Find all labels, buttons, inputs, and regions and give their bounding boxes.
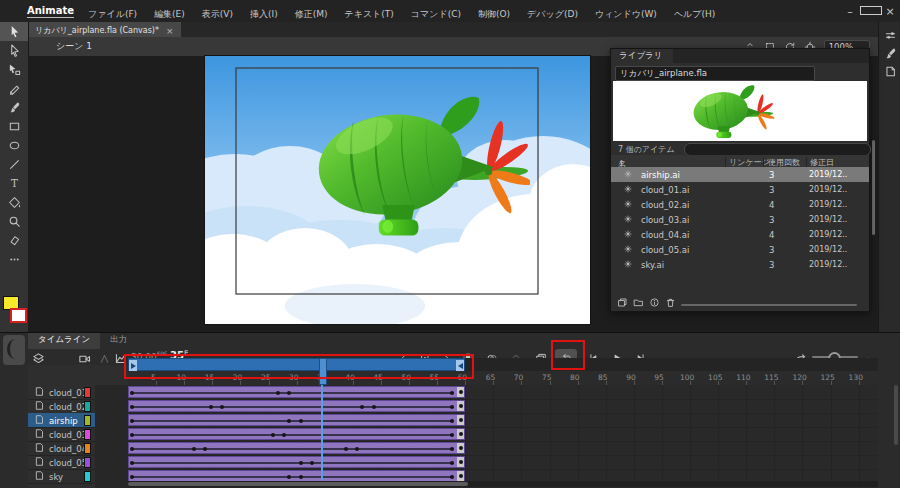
layer-outline-color-swatch[interactable] bbox=[84, 401, 91, 412]
workspace-icon[interactable] bbox=[792, 4, 812, 18]
layer-outline-color-swatch[interactable] bbox=[84, 415, 91, 426]
subselection-tool[interactable] bbox=[0, 41, 28, 60]
app-logo-icon[interactable] bbox=[812, 3, 834, 19]
keyframe[interactable] bbox=[372, 405, 376, 409]
tween-span-airship[interactable] bbox=[128, 414, 465, 426]
document-tab[interactable]: リカバリ_airplane.fla (Canvas)* × bbox=[28, 22, 181, 38]
keyframe[interactable] bbox=[450, 405, 454, 409]
keyframe[interactable] bbox=[271, 433, 275, 437]
layer-cloud_03[interactable]: cloud_03 bbox=[28, 427, 95, 442]
library-item-cloud_01.ai[interactable]: cloud_01.ai32019/12.. bbox=[611, 182, 869, 197]
library-item-sky.ai[interactable]: sky.ai32019/12.. bbox=[611, 257, 869, 272]
menu-修正[interactable]: 修正(M) bbox=[295, 9, 328, 19]
brushes-panel-icon[interactable] bbox=[883, 46, 897, 60]
keyframe[interactable] bbox=[203, 447, 207, 451]
keyframe[interactable] bbox=[130, 391, 134, 395]
line-tool[interactable] bbox=[0, 155, 28, 174]
paint-bucket-tool[interactable] bbox=[0, 193, 28, 212]
keyframe[interactable] bbox=[192, 447, 196, 451]
tween-span-cloud_05[interactable] bbox=[128, 456, 465, 468]
keyframe[interactable] bbox=[450, 419, 454, 423]
keyframe[interactable] bbox=[310, 461, 314, 465]
layer-cloud_01[interactable]: cloud_01 bbox=[28, 385, 95, 400]
keyframe[interactable] bbox=[360, 405, 364, 409]
rectangle-tool[interactable] bbox=[0, 117, 28, 136]
menu-ファイル[interactable]: ファイル(F) bbox=[88, 9, 137, 19]
free-transform-tool[interactable] bbox=[0, 60, 28, 79]
timeline-horizontal-scrollbar[interactable] bbox=[128, 481, 878, 487]
chevron-down-icon[interactable] bbox=[97, 41, 109, 53]
menu-制御[interactable]: 制御(O) bbox=[478, 9, 510, 19]
span-end-frame[interactable] bbox=[457, 471, 464, 481]
span-end-frame[interactable] bbox=[457, 415, 464, 425]
keyframe[interactable] bbox=[299, 475, 303, 479]
keyframe[interactable] bbox=[130, 433, 134, 437]
keyframe[interactable] bbox=[287, 391, 291, 395]
layer-sky[interactable]: sky bbox=[28, 469, 95, 484]
more-tools[interactable] bbox=[0, 250, 28, 269]
text-tool[interactable]: T bbox=[0, 174, 28, 193]
selection-tool[interactable] bbox=[0, 22, 28, 41]
menu-ヘルプ[interactable]: ヘルプ(H) bbox=[674, 9, 715, 19]
stroke-color-swatch[interactable] bbox=[10, 308, 27, 323]
layer-cloud_04[interactable]: cloud_04 bbox=[28, 441, 95, 456]
layer-cloud_05[interactable]: cloud_05 bbox=[28, 455, 95, 470]
layer-cloud_02[interactable]: cloud_02 bbox=[28, 399, 95, 414]
keyframe[interactable] bbox=[450, 447, 454, 451]
span-end-frame[interactable] bbox=[457, 401, 464, 411]
library-item-cloud_02.ai[interactable]: cloud_02.ai42019/12.. bbox=[611, 197, 869, 212]
stage-canvas[interactable] bbox=[205, 56, 590, 324]
keyframe[interactable] bbox=[130, 447, 134, 451]
keyframe[interactable] bbox=[220, 405, 224, 409]
library-item-cloud_03.ai[interactable]: cloud_03.ai32019/12.. bbox=[611, 212, 869, 227]
keyframe[interactable] bbox=[299, 419, 303, 423]
panel-menu-icon[interactable] bbox=[854, 50, 866, 62]
new-folder-icon[interactable] bbox=[633, 297, 644, 308]
menu-ウィンドウ[interactable]: ウィンドウ(W) bbox=[595, 9, 657, 19]
tab-close-icon[interactable]: × bbox=[166, 26, 174, 36]
span-end-frame[interactable] bbox=[457, 443, 464, 453]
keyframe[interactable] bbox=[450, 391, 454, 395]
keyframe[interactable] bbox=[276, 391, 280, 395]
pin-library-icon[interactable] bbox=[813, 68, 825, 78]
keyframe[interactable] bbox=[130, 461, 134, 465]
back-to-scene-icon[interactable] bbox=[34, 40, 50, 54]
properties-panel-icon[interactable] bbox=[883, 28, 897, 42]
layer-outline-color-swatch[interactable] bbox=[84, 387, 91, 398]
keyframe[interactable] bbox=[282, 433, 286, 437]
keyframe[interactable] bbox=[209, 405, 213, 409]
layer-airship[interactable]: airship bbox=[28, 413, 95, 428]
layer-outline-color-swatch[interactable] bbox=[84, 457, 91, 468]
home-icon[interactable] bbox=[5, 3, 21, 19]
keyframe[interactable] bbox=[344, 447, 348, 451]
span-end-frame[interactable] bbox=[457, 387, 464, 397]
assets-panel-icon[interactable] bbox=[883, 64, 897, 78]
library-horizontal-scrollbar[interactable] bbox=[681, 304, 857, 306]
keyframe[interactable] bbox=[287, 419, 291, 423]
tween-span-cloud_02[interactable] bbox=[128, 400, 465, 412]
layer-outline-color-swatch[interactable] bbox=[84, 429, 91, 440]
item-properties-icon[interactable] bbox=[649, 297, 660, 308]
library-item-airship.ai[interactable]: airship.ai32019/12.. bbox=[611, 167, 869, 182]
span-end-frame[interactable] bbox=[457, 429, 464, 439]
span-end-frame[interactable] bbox=[457, 457, 464, 467]
keyframe[interactable] bbox=[130, 405, 134, 409]
brush-tool[interactable] bbox=[0, 98, 28, 117]
restore-button[interactable] bbox=[860, 5, 880, 18]
menu-編集[interactable]: 編集(E) bbox=[154, 9, 185, 19]
keyframe[interactable] bbox=[450, 461, 454, 465]
timeline-vertical-scrollbar[interactable] bbox=[894, 385, 898, 445]
pen-tool[interactable] bbox=[0, 79, 28, 98]
frames-grid[interactable] bbox=[128, 385, 878, 488]
menu-表示[interactable]: 表示(V) bbox=[202, 9, 233, 19]
delete-item-icon[interactable] bbox=[665, 297, 676, 308]
keyframe[interactable] bbox=[287, 475, 291, 479]
scene-name[interactable]: シーン 1 bbox=[56, 40, 92, 53]
layer-outline-color-swatch[interactable] bbox=[84, 471, 91, 482]
zoom-tool[interactable] bbox=[0, 212, 28, 231]
new-symbol-icon[interactable] bbox=[617, 297, 628, 308]
keyframe[interactable] bbox=[450, 433, 454, 437]
menu-デバッグ[interactable]: デバッグ(D) bbox=[527, 9, 578, 19]
library-item-cloud_04.ai[interactable]: cloud_04.ai42019/12.. bbox=[611, 227, 869, 242]
eraser-tool[interactable] bbox=[0, 231, 28, 250]
